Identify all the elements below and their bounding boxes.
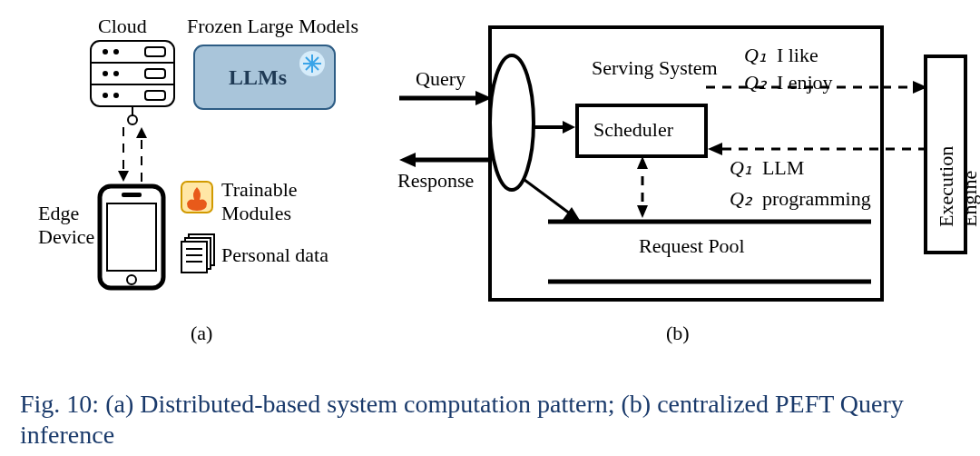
query-label: Query — [416, 67, 466, 91]
response-label: Response — [397, 169, 474, 193]
queries-return-line — [708, 143, 927, 155]
gateway-to-pool-arrow — [524, 180, 581, 222]
svg-point-5 — [103, 71, 108, 76]
fire-icon — [181, 182, 212, 213]
svg-marker-48 — [637, 156, 648, 169]
svg-rect-24 — [100, 186, 163, 288]
q2-bottom: Q₂ programming — [730, 187, 871, 211]
svg-marker-23 — [136, 127, 147, 138]
snowflake-icon — [299, 51, 325, 76]
frozen-models-label: Frozen Large Models — [187, 15, 358, 38]
q2-top: Q₂ I enjoy — [744, 71, 833, 94]
svg-point-19 — [128, 115, 137, 124]
svg-rect-32 — [181, 242, 207, 273]
svg-rect-9 — [145, 47, 165, 56]
svg-marker-21 — [118, 171, 129, 182]
svg-marker-49 — [637, 205, 648, 218]
gateway-to-scheduler-arrow — [534, 121, 575, 134]
edge-device-label: Edge Device — [38, 202, 94, 249]
trainable-label: Trainable Modules — [221, 178, 298, 225]
svg-marker-39 — [399, 153, 416, 167]
svg-marker-41 — [563, 121, 575, 134]
execution-engine-label: Execution Engine — [935, 146, 980, 227]
sub-a-label: (a) — [191, 322, 212, 345]
svg-rect-10 — [145, 69, 165, 78]
svg-rect-28 — [122, 193, 142, 197]
svg-rect-25 — [100, 186, 163, 288]
svg-point-6 — [113, 71, 119, 76]
serving-system-label: Serving System — [592, 56, 718, 80]
svg-point-8 — [113, 93, 119, 98]
svg-point-7 — [103, 93, 108, 98]
svg-line-50 — [524, 180, 573, 216]
diagram-canvas — [0, 0, 980, 456]
documents-icon — [181, 234, 214, 273]
svg-point-4 — [113, 49, 119, 55]
cloud-server-icon — [91, 41, 174, 106]
phone-icon — [100, 186, 163, 288]
query-arrow — [399, 91, 492, 105]
figure-caption: Fig. 10: (a) Distributed-based system co… — [20, 389, 964, 450]
scheduler-label: Scheduler — [593, 118, 673, 142]
svg-rect-26 — [107, 203, 156, 271]
sub-b-label: (b) — [666, 322, 690, 345]
request-pool-label: Request Pool — [639, 234, 745, 258]
q1-top: Q₁ I like — [744, 44, 818, 67]
svg-point-3 — [103, 49, 108, 55]
personal-data-label: Personal data — [221, 243, 328, 267]
llm-label: LLMs — [229, 65, 287, 90]
gateway-oval — [490, 55, 534, 190]
svg-rect-11 — [145, 91, 165, 100]
cloud-device-arrows — [118, 106, 147, 182]
scheduler-pool-arrows — [637, 156, 648, 218]
svg-point-27 — [127, 275, 136, 284]
svg-marker-46 — [708, 143, 722, 155]
cloud-label: Cloud — [98, 15, 147, 38]
q1-bottom: Q₁ LLM — [730, 156, 804, 180]
response-arrow — [399, 153, 492, 167]
